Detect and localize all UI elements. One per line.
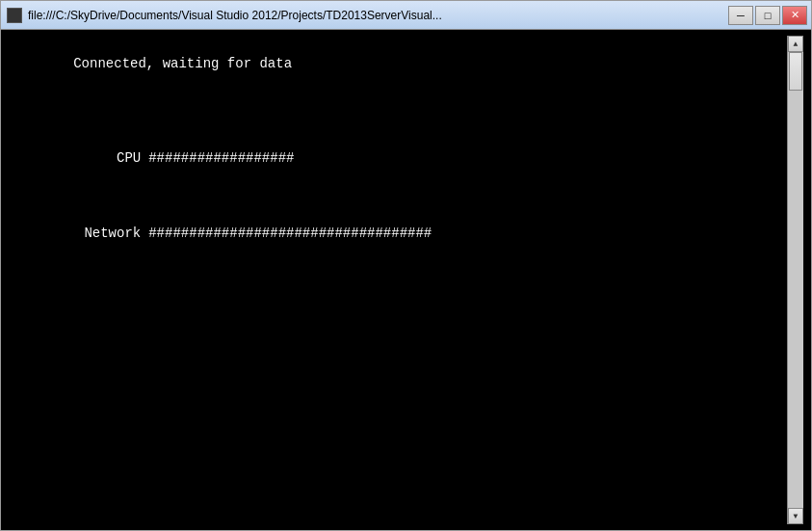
scrollbar-down-button[interactable]: ▼ (788, 508, 803, 524)
network-bar: ################################### (148, 226, 432, 241)
console-line-empty2 (9, 111, 787, 130)
console-line-empty1 (9, 93, 787, 112)
scrollbar-up-button[interactable]: ▲ (788, 36, 803, 52)
close-button[interactable]: ✕ (782, 6, 807, 25)
main-window: file:///C:/SkyDrive/Documents/Visual Stu… (0, 0, 812, 531)
window-title: file:///C:/SkyDrive/Documents/Visual Stu… (28, 9, 442, 22)
scrollbar-track[interactable] (788, 52, 803, 508)
console-line-connected: Connected, waiting for data (9, 36, 787, 93)
title-bar-left: file:///C:/SkyDrive/Documents/Visual Stu… (7, 8, 442, 23)
maximize-button[interactable]: □ (755, 6, 780, 25)
title-bar: file:///C:/SkyDrive/Documents/Visual Stu… (1, 1, 811, 30)
title-buttons: ─ □ ✕ (728, 6, 807, 25)
console-line-network: Network#################################… (9, 205, 787, 262)
window-icon (7, 8, 22, 23)
console-line-cpu: CPU################## (9, 130, 787, 187)
cpu-bar: ################## (148, 150, 294, 166)
console-area: Connected, waiting for data CPU#########… (1, 30, 811, 530)
cpu-label: CPU (73, 149, 141, 169)
minimize-button[interactable]: ─ (728, 6, 753, 25)
network-label: Network (73, 225, 141, 244)
console-content: Connected, waiting for data CPU#########… (9, 36, 787, 524)
scrollbar: ▲ ▼ (787, 36, 803, 524)
connected-text: Connected, waiting for data (73, 56, 292, 71)
scrollbar-thumb[interactable] (789, 52, 802, 91)
console-line-empty3 (9, 187, 787, 206)
